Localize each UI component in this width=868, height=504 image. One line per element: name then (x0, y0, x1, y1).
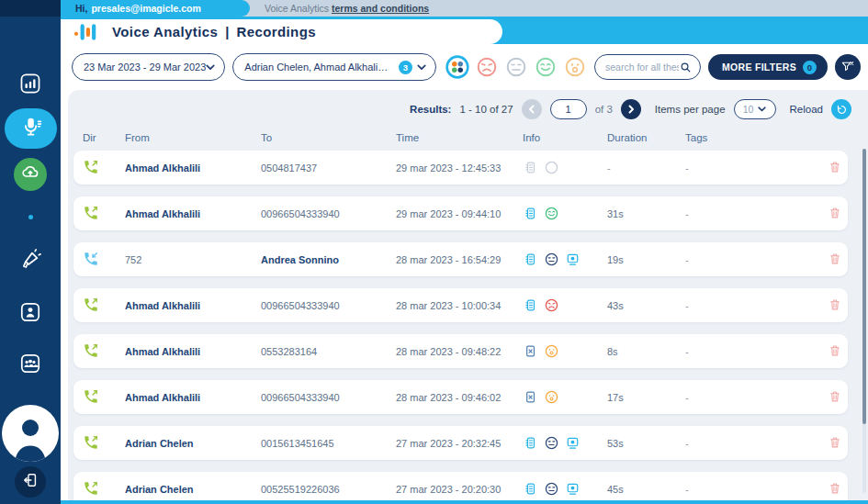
previous-page-button[interactable] (522, 99, 542, 119)
logout-button[interactable] (15, 466, 46, 498)
sidebar-item-analytics[interactable] (0, 72, 61, 99)
date-range-dropdown[interactable]: 23 Mar 2023 - 29 Mar 2023 (72, 53, 225, 81)
total-pages-label: of 3 (595, 104, 613, 115)
screen-recording-icon[interactable] (565, 435, 581, 451)
screen-recording-icon[interactable] (565, 481, 581, 497)
row-time: 28 mar 2023 - 10:00:34 (396, 300, 523, 311)
top-bar: Hi, presales@imagicle.com Voice Analytic… (61, 0, 868, 17)
reload-button[interactable] (831, 99, 851, 119)
table-row[interactable]: Ahmad Alkhalili 00966504333940 29 mar 20… (73, 196, 848, 230)
reload-icon (836, 104, 848, 116)
row-from: Ahmad Alkhalili (125, 162, 261, 174)
user-avatar[interactable] (2, 405, 59, 462)
delete-recording-button[interactable] (828, 160, 842, 174)
page-number-input[interactable] (550, 99, 587, 119)
terms-and-conditions-link[interactable]: terms and conditions (332, 3, 429, 14)
row-info-icons (523, 297, 607, 313)
delete-recording-button[interactable] (828, 206, 842, 220)
delete-recording-button[interactable] (828, 481, 842, 496)
scrollbar-thumb[interactable] (862, 149, 866, 424)
transcript-inactive-icon[interactable] (523, 160, 538, 175)
row-info-icons (523, 435, 607, 451)
transcript-icon[interactable] (523, 206, 538, 221)
transcript-icon[interactable] (523, 481, 538, 497)
phone-outgoing-icon (83, 388, 99, 405)
app-title: Voice Analytics (112, 24, 218, 39)
sentiment-sad-icon[interactable] (475, 55, 499, 79)
more-filters-button[interactable]: MORE FILTERS 0 (708, 54, 828, 80)
row-to: 0504817437 (261, 162, 396, 174)
delete-recording-button[interactable] (828, 297, 842, 312)
users-dropdown[interactable]: Adrian Chelen, Ahmad Alkhalili, Andr... … (232, 53, 436, 81)
scrollbar-track[interactable] (862, 149, 866, 493)
next-page-button[interactable] (621, 99, 641, 119)
chevron-down-icon (417, 64, 426, 71)
phone-outgoing-icon (83, 297, 99, 313)
table-body: Ahmad Alkhalili 0504817437 29 mar 2023 -… (68, 151, 868, 500)
table-row[interactable]: Ahmad Alkhalili 0504817437 29 mar 2023 -… (73, 151, 848, 185)
column-header-from: From (125, 132, 261, 143)
sentiment-none-icon (544, 160, 559, 175)
sidebar-item-notifications[interactable] (0, 248, 61, 275)
table-header: DirFromToTimeInfoDurationTags (73, 128, 848, 148)
items-per-page-dropdown[interactable]: 10 (734, 99, 776, 119)
row-from: Ahmad Alkhalili (125, 300, 261, 311)
sidebar-item-upload[interactable] (14, 158, 47, 191)
transcript-icon[interactable] (523, 297, 538, 313)
screen-recording-icon[interactable] (565, 252, 581, 267)
sentiment-filters (445, 55, 587, 79)
sentiment-happy-icon[interactable] (534, 55, 558, 79)
chevron-right-icon (626, 105, 636, 114)
row-from: Ahmad Alkhalili (125, 346, 261, 357)
transcript-icon[interactable] (523, 435, 538, 451)
row-duration: 8s (607, 346, 685, 357)
sentiment-surprised-icon[interactable] (563, 55, 587, 79)
sidebar-item-recordings[interactable] (5, 108, 57, 149)
sentiment-neutral-icon (544, 252, 559, 267)
filter-clear-icon (840, 60, 855, 74)
table-row[interactable]: Ahmad Alkhalili 0553283164 28 mar 2023 -… (73, 334, 848, 368)
row-from: 752 (125, 254, 261, 265)
row-tags: - (685, 254, 811, 265)
logged-in-user[interactable]: Hi, presales@imagicle.com (61, 0, 250, 17)
transcript-failed-icon[interactable] (523, 343, 538, 359)
table-row[interactable]: Adrian Chelen 0015613451645 27 mar 2023 … (73, 426, 848, 460)
row-tags: - (685, 484, 811, 495)
sentiment-neutral-icon[interactable] (504, 55, 528, 79)
table-row[interactable]: 752 Andrea Sonnino 28 mar 2023 - 16:54:2… (73, 242, 848, 276)
table-row[interactable]: Ahmad Alkhalili 00966504333940 28 mar 20… (73, 380, 848, 414)
table-row[interactable]: Ahmad Alkhalili 00966504333940 28 mar 20… (73, 288, 848, 322)
sentiment-all-icon[interactable] (445, 55, 469, 79)
row-to: 0553283164 (261, 346, 396, 357)
main-panel: Results: 1 - 10 of 27 of 3 Items per pag… (68, 90, 868, 500)
row-duration: 17s (607, 392, 685, 403)
content-area: Hi, presales@imagicle.com Voice Analytic… (61, 0, 868, 504)
delete-recording-button[interactable] (828, 252, 842, 266)
row-info-icons (523, 481, 607, 497)
sentiment-surprised-icon (544, 389, 559, 405)
sidebar-top-corner (0, 0, 61, 17)
row-time: 27 mar 2023 - 20:20:30 (396, 484, 523, 495)
chevron-left-icon (527, 105, 536, 114)
row-duration: 45s (607, 484, 685, 495)
row-tags: - (685, 300, 811, 311)
clear-filters-button[interactable] (835, 54, 861, 80)
column-header-info: Info (523, 132, 607, 143)
delete-recording-button[interactable] (828, 435, 842, 450)
sidebar-item-contacts[interactable] (0, 300, 61, 328)
more-filters-count-badge: 0 (803, 61, 817, 74)
page-title: Recordings (236, 24, 316, 39)
table-row[interactable]: Adrian Chelen 00525519226036 27 mar 2023… (73, 472, 848, 500)
transcript-icon[interactable] (523, 252, 538, 267)
row-time: 28 mar 2023 - 09:46:02 (396, 392, 523, 403)
column-header-time: Time (396, 132, 523, 143)
sidebar-item-groups[interactable] (0, 352, 61, 379)
search-icon[interactable] (679, 61, 693, 74)
delete-recording-button[interactable] (828, 389, 842, 404)
delete-recording-button[interactable] (828, 343, 842, 358)
phone-incoming-icon (83, 251, 99, 267)
column-header-duration: Duration (607, 132, 685, 143)
transcript-failed-icon[interactable] (523, 389, 538, 405)
search-input[interactable] (605, 62, 679, 73)
reload-label: Reload (790, 104, 823, 115)
